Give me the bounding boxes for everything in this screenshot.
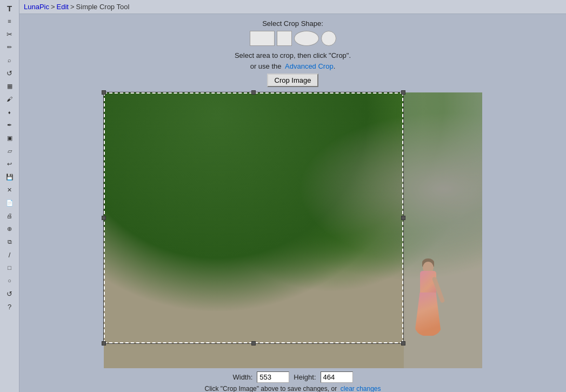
image-canvas-area[interactable] bbox=[104, 92, 482, 368]
instruction-prefix: or use the bbox=[250, 62, 282, 70]
crop-image-button[interactable]: Crop Image bbox=[267, 74, 319, 87]
tool-copy[interactable]: ⧉ bbox=[2, 236, 17, 248]
main-area: LunaPic > Edit > Simple Crop Tool Select… bbox=[19, 0, 566, 392]
topbar: LunaPic > Edit > Simple Crop Tool bbox=[19, 0, 566, 14]
instructions: Select area to crop, then click "Crop". … bbox=[235, 50, 351, 71]
shape-rect-btn[interactable] bbox=[250, 31, 275, 46]
tool-paint[interactable]: 🖌 bbox=[2, 93, 17, 105]
tool-frames[interactable]: ▣ bbox=[2, 132, 17, 144]
tool-save[interactable]: 💾 bbox=[2, 171, 17, 183]
instruction-line1: Select area to crop, then click "Crop". bbox=[235, 51, 351, 59]
tool-grid[interactable]: ▦ bbox=[2, 80, 17, 92]
tool-eraser[interactable]: ▱ bbox=[2, 145, 17, 157]
dim-note-prefix: Click "Crop Image" above to save changes… bbox=[204, 385, 337, 392]
sidebar: T ≡ ✂ ✏ ⌕ ↺ ▦ 🖌 ⬧ ✒ ▣ ▱ ↩ 💾 ✕ 📄 🖨 ⊕ ⧉ / … bbox=[0, 0, 19, 392]
edit-link[interactable]: Edit bbox=[57, 3, 69, 11]
tool-lines[interactable]: ≡ bbox=[2, 15, 17, 27]
person-figure bbox=[412, 244, 444, 336]
lunapic-link[interactable]: LunaPic bbox=[24, 3, 49, 11]
dimensions-row: Width: Height: bbox=[232, 371, 352, 383]
person-skirt bbox=[415, 293, 442, 336]
tool-pen[interactable]: ✏ bbox=[2, 41, 17, 53]
tool-close[interactable]: ✕ bbox=[2, 184, 17, 196]
tool-stamp[interactable]: ⊕ bbox=[2, 223, 17, 235]
sep1: > bbox=[51, 3, 55, 11]
tool-print[interactable]: 🖨 bbox=[2, 210, 17, 222]
shape-circle-btn[interactable] bbox=[321, 31, 336, 46]
crop-shapes-container bbox=[250, 31, 336, 46]
tool-scissors[interactable]: ✂ bbox=[2, 28, 17, 40]
dim-note: Click "Crop Image" above to save changes… bbox=[204, 385, 381, 392]
tool-dropper[interactable]: ⬧ bbox=[2, 106, 17, 118]
advanced-crop-link[interactable]: Advanced Crop bbox=[285, 62, 334, 70]
canvas-image bbox=[104, 92, 482, 368]
tool-rotate[interactable]: ↺ bbox=[2, 67, 17, 79]
content-area: Select Crop Shape: Select area to crop, … bbox=[19, 14, 566, 392]
tool-undo[interactable]: ↩ bbox=[2, 158, 17, 170]
tool-text[interactable]: T bbox=[2, 2, 17, 14]
tool-doc[interactable]: 📄 bbox=[2, 197, 17, 209]
crop-shape-label: Select Crop Shape: bbox=[262, 19, 323, 28]
shape-square-btn[interactable] bbox=[277, 31, 292, 46]
tool-pencil2[interactable]: ✒ bbox=[2, 119, 17, 131]
width-input[interactable] bbox=[257, 371, 289, 383]
page-title: Simple Crop Tool bbox=[76, 3, 130, 11]
beach-background bbox=[104, 92, 482, 368]
tool-rect[interactable]: □ bbox=[2, 262, 17, 274]
clear-changes-link[interactable]: clear changes bbox=[341, 385, 381, 392]
instruction-suffix: . bbox=[334, 62, 336, 70]
tool-magnify[interactable]: ⌕ bbox=[2, 54, 17, 66]
tool-help[interactable]: ? bbox=[2, 301, 17, 313]
height-input[interactable] bbox=[321, 371, 353, 383]
shape-ellipse-btn[interactable] bbox=[294, 31, 319, 46]
tool-ellipse[interactable]: ○ bbox=[2, 275, 17, 287]
tool-undo2[interactable]: ↺ bbox=[2, 288, 17, 300]
sep2: > bbox=[70, 3, 75, 11]
tool-line[interactable]: / bbox=[2, 249, 17, 261]
height-label: Height: bbox=[294, 373, 316, 381]
width-label: Width: bbox=[232, 373, 252, 381]
